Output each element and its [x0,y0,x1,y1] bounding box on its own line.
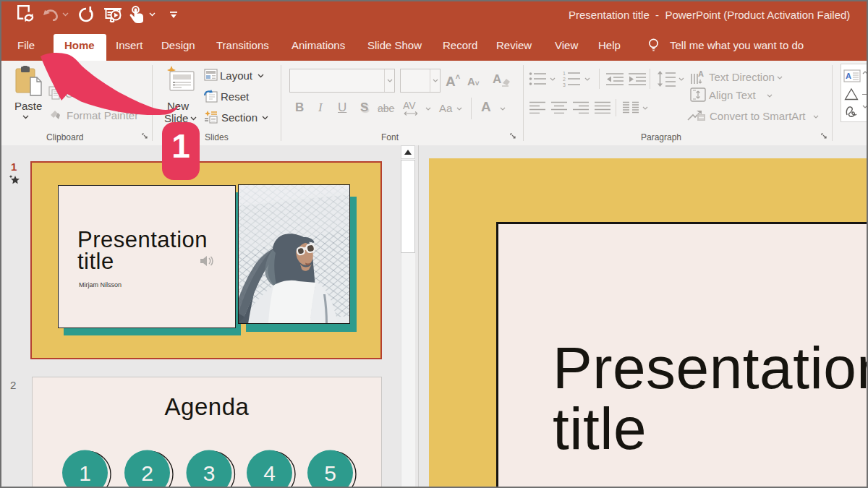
svg-text:A: A [698,69,704,78]
svg-text:5: 5 [324,461,336,485]
svg-text:4: 4 [263,461,276,485]
svg-text:1: 1 [563,71,566,76]
svg-text:2: 2 [563,77,566,82]
svg-text:3: 3 [203,461,216,485]
svg-text:1: 1 [79,461,91,485]
svg-text:2: 2 [141,461,153,485]
svg-text:3: 3 [563,82,566,87]
svg-text:A: A [846,72,851,80]
